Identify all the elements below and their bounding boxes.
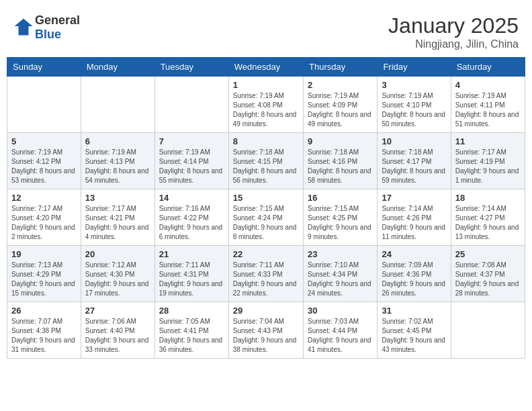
month-title: January 2025 bbox=[388, 13, 519, 38]
days-header-row: SundayMondayTuesdayWednesdayThursdayFrid… bbox=[7, 58, 525, 77]
day-number: 31 bbox=[382, 306, 446, 316]
day-number: 18 bbox=[455, 193, 521, 203]
day-cell: 2Sunrise: 7:19 AMSunset: 4:09 PMDaylight… bbox=[304, 77, 378, 133]
day-info: Sunrise: 7:05 AMSunset: 4:41 PMDaylight:… bbox=[159, 317, 224, 355]
day-info: Sunrise: 7:13 AMSunset: 4:29 PMDaylight:… bbox=[11, 261, 77, 298]
day-number: 30 bbox=[308, 306, 373, 316]
day-cell: 18Sunrise: 7:14 AMSunset: 4:27 PMDayligh… bbox=[451, 189, 525, 246]
day-info: Sunrise: 7:17 AMSunset: 4:19 PMDaylight:… bbox=[455, 148, 521, 185]
day-number: 20 bbox=[85, 249, 150, 259]
day-info: Sunrise: 7:19 AMSunset: 4:08 PMDaylight:… bbox=[233, 91, 299, 129]
day-number: 14 bbox=[159, 193, 224, 203]
day-cell: 8Sunrise: 7:18 AMSunset: 4:15 PMDaylight… bbox=[228, 133, 303, 189]
day-info: Sunrise: 7:02 AMSunset: 4:45 PMDaylight:… bbox=[382, 317, 446, 355]
day-number: 25 bbox=[455, 249, 521, 259]
week-row-1: 5Sunrise: 7:19 AMSunset: 4:12 PMDaylight… bbox=[7, 133, 525, 189]
header: General Blue January 2025 Ningjiang, Jil… bbox=[7, 7, 525, 54]
day-number: 16 bbox=[308, 193, 373, 203]
day-info: Sunrise: 7:15 AMSunset: 4:25 PMDaylight:… bbox=[308, 204, 373, 242]
day-cell: 13Sunrise: 7:17 AMSunset: 4:21 PMDayligh… bbox=[81, 189, 154, 246]
header-tuesday: Tuesday bbox=[154, 58, 228, 77]
day-info: Sunrise: 7:15 AMSunset: 4:24 PMDaylight:… bbox=[233, 204, 299, 242]
day-cell: 24Sunrise: 7:09 AMSunset: 4:36 PMDayligh… bbox=[378, 246, 451, 302]
day-info: Sunrise: 7:06 AMSunset: 4:40 PMDaylight:… bbox=[85, 317, 150, 355]
header-sunday: Sunday bbox=[7, 58, 81, 77]
day-info: Sunrise: 7:03 AMSunset: 4:44 PMDaylight:… bbox=[308, 317, 373, 355]
day-number: 2 bbox=[308, 80, 373, 90]
day-cell: 3Sunrise: 7:19 AMSunset: 4:10 PMDaylight… bbox=[378, 77, 451, 133]
day-number: 27 bbox=[85, 306, 150, 316]
day-info: Sunrise: 7:19 AMSunset: 4:13 PMDaylight:… bbox=[85, 148, 150, 185]
day-cell: 7Sunrise: 7:19 AMSunset: 4:14 PMDaylight… bbox=[154, 133, 228, 189]
day-cell: 9Sunrise: 7:18 AMSunset: 4:16 PMDaylight… bbox=[304, 133, 378, 189]
day-info: Sunrise: 7:16 AMSunset: 4:22 PMDaylight:… bbox=[159, 204, 224, 242]
day-number: 6 bbox=[85, 136, 150, 146]
day-info: Sunrise: 7:07 AMSunset: 4:38 PMDaylight:… bbox=[11, 317, 77, 355]
day-info: Sunrise: 7:19 AMSunset: 4:11 PMDaylight:… bbox=[455, 91, 521, 129]
day-number: 5 bbox=[11, 136, 77, 146]
day-number: 17 bbox=[382, 193, 446, 203]
day-cell: 17Sunrise: 7:14 AMSunset: 4:26 PMDayligh… bbox=[378, 189, 451, 246]
header-saturday: Saturday bbox=[451, 58, 525, 77]
day-number: 10 bbox=[382, 136, 446, 146]
day-cell bbox=[154, 77, 228, 133]
day-cell: 10Sunrise: 7:18 AMSunset: 4:17 PMDayligh… bbox=[378, 133, 451, 189]
day-number: 4 bbox=[455, 80, 521, 90]
day-info: Sunrise: 7:18 AMSunset: 4:16 PMDaylight:… bbox=[308, 148, 373, 185]
day-cell: 6Sunrise: 7:19 AMSunset: 4:13 PMDaylight… bbox=[81, 133, 154, 189]
day-cell bbox=[451, 302, 525, 359]
day-cell: 5Sunrise: 7:19 AMSunset: 4:12 PMDaylight… bbox=[7, 133, 81, 189]
day-number: 29 bbox=[233, 306, 299, 316]
day-info: Sunrise: 7:19 AMSunset: 4:12 PMDaylight:… bbox=[11, 148, 77, 185]
day-number: 11 bbox=[455, 136, 521, 146]
week-row-2: 12Sunrise: 7:17 AMSunset: 4:20 PMDayligh… bbox=[7, 189, 525, 246]
day-info: Sunrise: 7:19 AMSunset: 4:10 PMDaylight:… bbox=[382, 91, 446, 129]
day-info: Sunrise: 7:17 AMSunset: 4:20 PMDaylight:… bbox=[11, 204, 77, 242]
svg-marker-0 bbox=[15, 18, 33, 35]
day-cell: 22Sunrise: 7:11 AMSunset: 4:33 PMDayligh… bbox=[228, 246, 303, 302]
week-row-0: 1Sunrise: 7:19 AMSunset: 4:08 PMDaylight… bbox=[7, 77, 525, 133]
day-cell: 1Sunrise: 7:19 AMSunset: 4:08 PMDaylight… bbox=[228, 77, 303, 133]
day-info: Sunrise: 7:10 AMSunset: 4:34 PMDaylight:… bbox=[308, 261, 373, 298]
week-row-4: 26Sunrise: 7:07 AMSunset: 4:38 PMDayligh… bbox=[7, 302, 525, 359]
day-cell: 30Sunrise: 7:03 AMSunset: 4:44 PMDayligh… bbox=[304, 302, 378, 359]
day-info: Sunrise: 7:04 AMSunset: 4:43 PMDaylight:… bbox=[233, 317, 299, 355]
day-cell: 31Sunrise: 7:02 AMSunset: 4:45 PMDayligh… bbox=[378, 302, 451, 359]
header-thursday: Thursday bbox=[304, 58, 378, 77]
day-number: 8 bbox=[233, 136, 299, 146]
header-monday: Monday bbox=[81, 58, 154, 77]
calendar-table: SundayMondayTuesdayWednesdayThursdayFrid… bbox=[7, 57, 525, 359]
logo: General Blue bbox=[13, 13, 80, 42]
logo-text: General Blue bbox=[35, 13, 80, 42]
day-number: 24 bbox=[382, 249, 446, 259]
day-cell bbox=[81, 77, 154, 133]
day-info: Sunrise: 7:08 AMSunset: 4:37 PMDaylight:… bbox=[455, 261, 521, 298]
day-number: 7 bbox=[159, 136, 224, 146]
location-title: Ningjiang, Jilin, China bbox=[388, 38, 519, 50]
day-cell: 20Sunrise: 7:12 AMSunset: 4:30 PMDayligh… bbox=[81, 246, 154, 302]
day-number: 19 bbox=[11, 249, 77, 259]
day-number: 23 bbox=[308, 249, 373, 259]
day-cell: 15Sunrise: 7:15 AMSunset: 4:24 PMDayligh… bbox=[228, 189, 303, 246]
day-cell: 28Sunrise: 7:05 AMSunset: 4:41 PMDayligh… bbox=[154, 302, 228, 359]
day-cell: 12Sunrise: 7:17 AMSunset: 4:20 PMDayligh… bbox=[7, 189, 81, 246]
day-cell: 4Sunrise: 7:19 AMSunset: 4:11 PMDaylight… bbox=[451, 77, 525, 133]
day-cell: 26Sunrise: 7:07 AMSunset: 4:38 PMDayligh… bbox=[7, 302, 81, 359]
day-number: 1 bbox=[233, 80, 299, 90]
logo-icon bbox=[13, 16, 34, 36]
day-info: Sunrise: 7:18 AMSunset: 4:15 PMDaylight:… bbox=[233, 148, 299, 185]
day-info: Sunrise: 7:17 AMSunset: 4:21 PMDaylight:… bbox=[85, 204, 150, 242]
day-info: Sunrise: 7:19 AMSunset: 4:14 PMDaylight:… bbox=[159, 148, 224, 185]
day-cell: 21Sunrise: 7:11 AMSunset: 4:31 PMDayligh… bbox=[154, 246, 228, 302]
day-info: Sunrise: 7:19 AMSunset: 4:09 PMDaylight:… bbox=[308, 91, 373, 129]
day-number: 12 bbox=[11, 193, 77, 203]
day-number: 9 bbox=[308, 136, 373, 146]
logo-blue: Blue bbox=[35, 28, 61, 41]
day-cell: 25Sunrise: 7:08 AMSunset: 4:37 PMDayligh… bbox=[451, 246, 525, 302]
day-info: Sunrise: 7:14 AMSunset: 4:26 PMDaylight:… bbox=[382, 204, 446, 242]
day-info: Sunrise: 7:11 AMSunset: 4:31 PMDaylight:… bbox=[159, 261, 224, 298]
day-cell: 14Sunrise: 7:16 AMSunset: 4:22 PMDayligh… bbox=[154, 189, 228, 246]
day-number: 21 bbox=[159, 249, 224, 259]
day-cell: 29Sunrise: 7:04 AMSunset: 4:43 PMDayligh… bbox=[228, 302, 303, 359]
day-number: 28 bbox=[159, 306, 224, 316]
